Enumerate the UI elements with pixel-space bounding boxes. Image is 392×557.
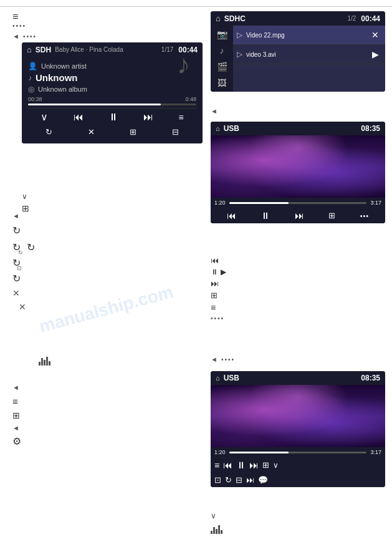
usb1-home-icon[interactable]: ⌂	[216, 125, 220, 132]
sdhc-header: ⌂ SDHC 1/2 00:44	[211, 11, 385, 26]
sdh-home-icon[interactable]: ⌂	[27, 45, 32, 54]
usb2-ctrl-b2[interactable]: ↻	[225, 475, 232, 485]
sdhc-file2-play[interactable]: ▶	[370, 48, 381, 61]
usb1-progress-fill	[229, 202, 289, 204]
usb2-ctrl-b5[interactable]: 💬	[258, 475, 268, 485]
sdhc-file2-name: video 3.avi	[246, 51, 366, 58]
usb-video1: ⌂ USB 08:35 1:20 3:17 ⏮ ⏸ ⏭	[211, 122, 385, 223]
sdhc-header-right: 1/2 00:44	[347, 14, 380, 23]
sdh-ctrl-prev[interactable]: ⏮	[74, 112, 84, 123]
sdh-progress-bar[interactable]	[28, 104, 196, 105]
below-sdh-chevron[interactable]: ∨	[22, 192, 29, 201]
sdh-ctrl-grid[interactable]: ⊟	[172, 127, 179, 137]
repeat-icon4[interactable]: ↻	[12, 273, 21, 284]
usb2-ctrl-list[interactable]: ≡	[214, 460, 219, 470]
usb1-progress-total: 3:17	[370, 200, 381, 206]
sdh-note-icon: ♪	[28, 74, 32, 82]
usb1-ctrl-more[interactable]: •••	[360, 212, 370, 220]
usb1-sub-play[interactable]: ▶	[221, 268, 226, 276]
sdhc-card: ⌂ SDHC 1/2 00:44 📷 ♪ 🎬 🖼	[211, 11, 385, 97]
usb1-sub-next[interactable]: ⏭	[211, 279, 219, 288]
close-icon1[interactable]: ✕	[12, 288, 20, 298]
sdh-player-header: ⌂ SDH Baby Alice · Pina Colada 1/17 00:4…	[22, 42, 203, 57]
usb1-sub-row1: ⏮	[211, 256, 226, 265]
close-icon2[interactable]: ✕	[19, 302, 26, 312]
sdh-album-icon: ◎	[28, 85, 34, 94]
sdh-progress-row: 00:38 0:48	[28, 96, 196, 105]
usb1-viewport	[211, 135, 385, 198]
usb2-ctrl-b4[interactable]: ⏭	[246, 475, 254, 485]
usb1-sub-prev[interactable]: ⏮	[211, 256, 219, 265]
usb2-ctrl-prev[interactable]: ⏮	[223, 460, 232, 470]
list-icon[interactable]: ≡	[12, 11, 18, 22]
usb1-sub-pause[interactable]: ⏸	[211, 268, 218, 276]
usb1-progress-bar[interactable]	[229, 202, 367, 204]
sdhc-player: ⌂ SDHC 1/2 00:44 📷 ♪ 🎬 🖼	[211, 11, 385, 92]
dots-row1: ••••	[12, 22, 26, 29]
sdhc-track-num: 1/2	[347, 15, 356, 22]
sdh-subtitle: Baby Alice · Pina Colada	[55, 46, 123, 53]
sdh-source-label: SDH	[36, 46, 51, 54]
usb2-ctrl-b3[interactable]: ⊟	[236, 475, 242, 485]
sdhc-file-item-1[interactable]: ▷ Video 22.mpg ✕	[233, 26, 385, 45]
usb1-sub-list[interactable]: ≡	[211, 303, 216, 312]
sdh-progress-fill	[28, 104, 161, 105]
usb1-ctrl-prev[interactable]: ⏮	[227, 210, 236, 221]
sdh-ctrl-chevron[interactable]: ∨	[41, 111, 48, 123]
equalizer-section	[39, 356, 50, 366]
usb1-time-bar: 1:20 3:17	[211, 198, 385, 208]
sdhc-file2-icon: ▷	[237, 50, 242, 59]
sdh-progress-current: 00:38	[28, 96, 42, 102]
repeat-icon2b[interactable]: ↻	[27, 241, 35, 253]
usb1-ctrl-pause[interactable]: ⏸	[261, 210, 270, 221]
sdhc-file1-close[interactable]: ✕	[369, 29, 381, 41]
sdhc-home-icon[interactable]: ⌂	[216, 14, 221, 23]
usb2-ctrl-b1[interactable]: ⊡	[214, 475, 221, 485]
usb2-ctrl-next[interactable]: ⏭	[249, 460, 259, 470]
usb2-below-chevron[interactable]: ∨	[211, 511, 222, 520]
sdh-controls1: ∨ ⏮ ⏸ ⏭ ≡	[28, 108, 196, 125]
sdhc-file-item-2[interactable]: ▷ video 3.avi ▶	[233, 45, 385, 64]
usb2-home-icon[interactable]: ⌂	[216, 374, 220, 382]
sdh-ctrl-next[interactable]: ⏭	[143, 112, 153, 123]
usb1-nebula-bg	[211, 135, 385, 198]
usb-header1-left: ⌂ USB	[216, 124, 239, 133]
sdhc-file1-name: Video 22.mpg	[246, 32, 365, 39]
right-arrow-row1: ◄	[211, 107, 218, 115]
settings-icon-bottom[interactable]: ⚙	[12, 435, 21, 447]
sdhc-sidebar-music[interactable]: ♪	[220, 46, 224, 56]
usb1-ctrl-next[interactable]: ⏭	[295, 210, 304, 221]
left-arrow-bottom2: ◄	[12, 424, 19, 432]
usb1-ctrl-grid[interactable]: ⊞	[328, 211, 335, 220]
repeat-icon1[interactable]: ↻	[12, 225, 21, 236]
usb2-ctrl-grid[interactable]: ⊞	[262, 460, 269, 470]
usb1-progress-current: 1:20	[214, 200, 226, 206]
sdhc-sidebar-camera[interactable]: 📷	[217, 29, 227, 39]
sdhc-sidebar-image[interactable]: 🖼	[218, 78, 226, 88]
sdh-ctrl-close[interactable]: ✕	[88, 127, 95, 137]
sdh-ctrl-list[interactable]: ≡	[179, 112, 184, 122]
left-bottom-section: ◄ ≡ ⊞ ◄ ⚙	[12, 384, 21, 451]
usb2-progress-current: 1:20	[214, 449, 226, 455]
usb2-time: 08:35	[361, 374, 380, 382]
usb-video1-card: ⌂ USB 08:35 1:20 3:17 ⏮ ⏸ ⏭	[211, 122, 385, 228]
sdh-ctrl-repeat[interactable]: ↻	[45, 127, 52, 137]
sdhc-header-left: ⌂ SDHC	[216, 14, 246, 23]
image-icon-bottom[interactable]: ⊞	[12, 410, 20, 420]
usb2-ctrl-pause[interactable]: ⏸	[236, 460, 246, 470]
sdh-ctrl-split[interactable]: ⊞	[130, 127, 136, 137]
usb2-progress-bar[interactable]	[229, 452, 367, 453]
usb-video1-header: ⌂ USB 08:35	[211, 122, 385, 135]
eq-bars-icon	[39, 356, 50, 366]
usb-header2-left: ⌂ USB	[216, 374, 239, 382]
list-icon-bottom[interactable]: ≡	[12, 396, 18, 407]
sdhc-sidebar-video[interactable]: 🎬	[217, 62, 227, 72]
sdh-artist-icon: 👤	[28, 62, 37, 70]
dots-icon2: ••••	[23, 33, 37, 40]
usb2-ctrl-chevron[interactable]: ∨	[273, 461, 279, 470]
sdh-ctrl-pause[interactable]: ⏸	[108, 112, 118, 123]
below-sdh-icons: ∨ ⊞	[22, 192, 29, 213]
usb1-sub-grid[interactable]: ⊞	[211, 291, 218, 300]
right-arrow2: ◄	[211, 356, 218, 363]
left-repeat-section: ◄ ↻ ↻ ↻ ↻ ↻ ⊡ ↻ ✕	[12, 212, 35, 316]
